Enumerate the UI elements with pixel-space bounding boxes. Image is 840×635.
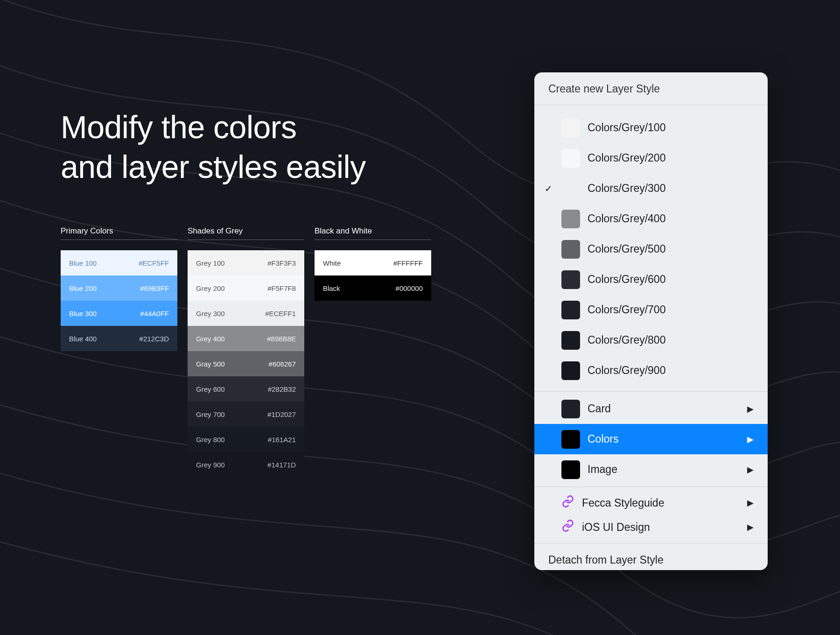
layer-style-group-item[interactable]: Image▶ [534,454,768,485]
group-swatch [561,460,580,479]
palette-column: Black and WhiteWhite#FFFFFFBlack#000000 [315,226,431,477]
swatch-name: Grey 300 [196,310,225,318]
layer-style-color-item[interactable]: Colors/Grey/700 [534,295,768,325]
swatch-hex: #69B3FF [140,284,169,292]
swatch-row[interactable]: Grey 800#161A21 [188,427,304,452]
panel-group-list: Card▶Colors▶Image▶ [534,392,768,487]
swatch-row[interactable]: Blue 200#69B3FF [61,275,177,301]
layer-style-color-item[interactable]: Colors/Grey/800 [534,325,768,355]
layer-style-color-item[interactable]: Colors/Grey/500 [534,234,768,264]
swatch-name: Grey 400 [196,335,225,343]
swatch-hex: #1D2027 [267,410,296,418]
color-swatch [561,119,580,137]
chevron-right-icon: ▶ [747,465,754,475]
swatch-row[interactable]: Grey 600#282B32 [188,376,304,402]
layer-style-group-item[interactable]: Card▶ [534,394,768,424]
swatch-name: White [323,259,341,267]
swatch-hex: #212C3D [140,335,169,343]
layer-style-panel: Create new Layer Style Colors/Grey/100Co… [534,72,768,570]
swatch-hex: #161A21 [268,436,296,444]
swatch-name: Grey 100 [196,259,225,267]
palette-header: Primary Colors [61,226,177,240]
chevron-right-icon: ▶ [747,434,754,444]
layer-style-color-label: Colors/Grey/100 [588,121,754,134]
swatch-hex: #14171D [267,461,296,469]
panel-header: Create new Layer Style [534,72,768,105]
swatch-hex: #FFFFFF [393,259,423,267]
layer-style-library-item[interactable]: iOS UI Design▶ [534,515,768,539]
swatch-row[interactable]: Grey 400#898B8E [188,326,304,351]
detach-layer-style[interactable]: Detach from Layer Style [548,552,754,568]
check-icon: ✓ [543,183,554,194]
color-swatch [561,361,580,380]
panel-footer: Detach from Layer Style Organize Layer S… [534,543,768,570]
palette-header: Black and White [315,226,431,240]
color-swatch [561,149,580,168]
swatch-row[interactable]: Grey 700#1D2027 [188,402,304,427]
color-swatch [561,270,580,289]
swatch-row[interactable]: Grey 100#F3F3F3 [188,250,304,275]
layer-style-color-label: Colors/Grey/500 [588,243,754,255]
layer-style-color-label: Colors/Grey/700 [588,303,754,316]
chevron-right-icon: ▶ [747,404,754,414]
layer-style-library-label: Fecca Styleguide [582,497,740,509]
palettes-container: Primary ColorsBlue 100#ECF5FFBlue 200#69… [61,226,431,477]
color-swatch [561,210,580,228]
link-icon [561,495,574,511]
swatch-hex: #F5F7F8 [267,284,296,292]
layer-style-group-label: Card [588,402,740,415]
swatch-row[interactable]: Blue 300#44A0FF [61,301,177,326]
swatch-name: Grey 900 [196,461,225,469]
chevron-right-icon: ▶ [747,498,754,508]
swatch-row[interactable]: Gray 500#606267 [188,351,304,376]
color-swatch [561,301,580,319]
color-swatch [561,240,580,259]
swatch-hex: #ECF5FF [139,259,169,267]
swatch-row[interactable]: Grey 900#14171D [188,452,304,477]
swatch-hex: #ECEFF1 [265,310,296,318]
chevron-right-icon: ▶ [747,522,754,532]
swatch-name: Grey 800 [196,436,225,444]
layer-style-group-label: Image [588,463,740,476]
layer-style-group-label: Colors [588,433,740,445]
layer-style-library-label: iOS UI Design [582,521,740,534]
swatch-row[interactable]: Grey 200#F5F7F8 [188,275,304,301]
swatch-hex: #898B8E [267,335,296,343]
swatch-name: Grey 200 [196,284,225,292]
swatch-row[interactable]: Blue 400#212C3D [61,326,177,351]
swatch-name: Gray 500 [196,360,225,368]
swatch-row[interactable]: Black#000000 [315,275,431,301]
layer-style-color-item[interactable]: Colors/Grey/900 [534,355,768,386]
group-swatch [561,430,580,449]
layer-style-color-item[interactable]: Colors/Grey/600 [534,264,768,295]
swatch-row[interactable]: Blue 100#ECF5FF [61,250,177,275]
layer-style-color-item[interactable]: Colors/Grey/400 [534,204,768,234]
hero-line-2: and layer styles easily [61,149,366,184]
panel-library-list: Fecca Styleguide▶iOS UI Design▶ [534,487,768,543]
hero-line-1: Modify the colors [61,109,296,145]
swatch-name: Blue 100 [69,259,97,267]
color-swatch [561,179,580,198]
layer-style-color-item[interactable]: Colors/Grey/100 [534,113,768,143]
layer-style-color-label: Colors/Grey/900 [588,364,754,377]
swatch-hex: #F3F3F3 [267,259,296,267]
layer-style-color-item[interactable]: ✓Colors/Grey/300 [534,173,768,204]
layer-style-color-label: Colors/Grey/200 [588,152,754,164]
layer-style-group-item[interactable]: Colors▶ [534,424,768,454]
swatch-name: Grey 700 [196,410,225,418]
layer-style-color-label: Colors/Grey/600 [588,273,754,286]
swatch-hex: #282B32 [268,385,296,393]
panel-color-list: Colors/Grey/100Colors/Grey/200✓Colors/Gr… [534,105,768,392]
swatch-row[interactable]: White#FFFFFF [315,250,431,275]
layer-style-color-item[interactable]: Colors/Grey/200 [534,143,768,173]
group-swatch [561,400,580,418]
organize-layer-styles[interactable]: Organize Layer Styles [548,568,754,570]
swatch-row[interactable]: Grey 300#ECEFF1 [188,301,304,326]
palette-column: Shades of GreyGrey 100#F3F3F3Grey 200#F5… [188,226,304,477]
layer-style-library-item[interactable]: Fecca Styleguide▶ [534,491,768,515]
layer-style-color-label: Colors/Grey/400 [588,212,754,225]
layer-style-color-label: Colors/Grey/300 [588,182,754,195]
swatch-name: Blue 200 [69,284,97,292]
swatch-hex: #44A0FF [140,310,169,318]
swatch-name: Black [323,284,340,292]
